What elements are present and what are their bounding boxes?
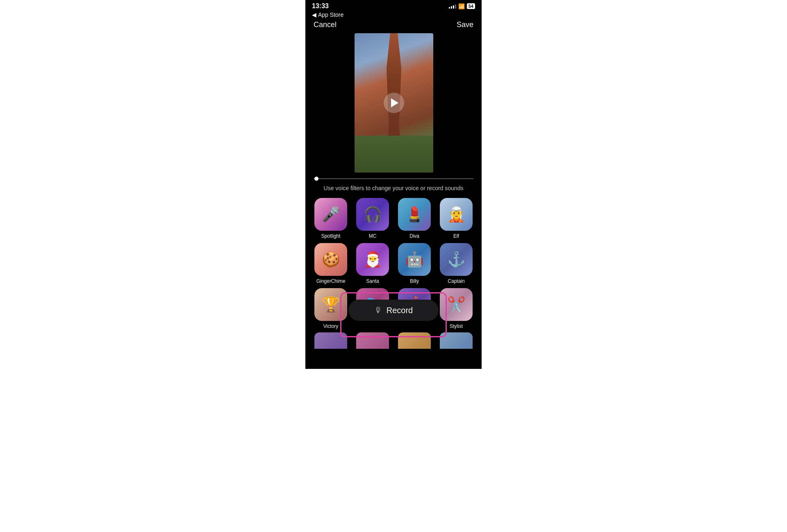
- filter-item-stylist[interactable]: ✂️ Stylist: [437, 288, 475, 329]
- cancel-button[interactable]: Cancel: [314, 20, 337, 29]
- santa-label: Santa: [366, 278, 379, 284]
- filter-item-captain[interactable]: ⚓ Captain: [437, 243, 475, 284]
- filter-item-billy[interactable]: 🤖 Billy: [396, 243, 433, 284]
- diva-label: Diva: [409, 233, 419, 239]
- billy-icon: 🤖: [398, 243, 431, 276]
- filter-item-victory[interactable]: 🏆 Victory: [312, 288, 350, 329]
- mic-icon: 🎙: [374, 306, 382, 315]
- spotlight-label: Spotlight: [321, 233, 341, 239]
- gingerchime-icon: 🍪: [314, 243, 347, 276]
- row4c-icon: [398, 332, 431, 349]
- nav-bar: Cancel Save: [305, 20, 482, 33]
- save-button[interactable]: Save: [457, 20, 473, 29]
- video-player[interactable]: [355, 33, 433, 173]
- row4a-icon: [314, 332, 347, 349]
- filter-grid-row4: [305, 329, 482, 352]
- filter-item-spotlight[interactable]: 🎤 Spotlight: [312, 198, 350, 239]
- elf-icon: 🧝: [440, 198, 473, 231]
- billy-label: Billy: [410, 278, 419, 284]
- filter-grid-row2: 🍪 GingerChime 🎅 Santa 🤖 Billy ⚓ Captain: [305, 243, 482, 284]
- diva-icon: 💄: [398, 198, 431, 231]
- phone-frame: 13:33 📶 54 ◀ App Store Cancel Save: [305, 0, 482, 369]
- stylist-label: Stylist: [450, 323, 463, 329]
- gingerchime-label: GingerChime: [316, 278, 346, 284]
- filter-item-gingerchime[interactable]: 🍪 GingerChime: [312, 243, 350, 284]
- elf-label: Elf: [453, 233, 459, 239]
- row4d-icon: [440, 332, 473, 349]
- back-label: App Store: [318, 11, 343, 18]
- captain-icon: ⚓: [440, 243, 473, 276]
- row4b-icon: [356, 332, 389, 349]
- filter-item-diva[interactable]: 💄 Diva: [396, 198, 433, 239]
- progress-bar[interactable]: [305, 173, 482, 185]
- filter-row3-wrapper: 🏆 Victory 🎭 🎪 ✂️ Stylist: [305, 288, 482, 329]
- tree-area: [355, 136, 433, 173]
- victory-icon: 🏆: [314, 288, 347, 321]
- status-icons: 📶 54: [449, 3, 475, 9]
- status-bar: 13:33 📶 54: [305, 0, 482, 11]
- play-button[interactable]: [384, 93, 404, 113]
- mc-icon: 🎧: [356, 198, 389, 231]
- mc-label: MC: [369, 233, 377, 239]
- filter-grid-row1: 🎤 Spotlight 🎧 MC 💄 Diva 🧝 Elf: [305, 198, 482, 239]
- signal-icon: [449, 4, 456, 9]
- filter-item-row4c[interactable]: [396, 332, 433, 352]
- filter-item-row4a[interactable]: [312, 332, 350, 352]
- progress-track: [314, 178, 473, 179]
- progress-thumb: [314, 177, 318, 181]
- filter-item-elf[interactable]: 🧝 Elf: [437, 198, 475, 239]
- record-button[interactable]: 🎙 Record: [348, 300, 439, 321]
- back-chevron-icon: ◀: [312, 11, 316, 18]
- app-store-back[interactable]: ◀ App Store: [305, 11, 482, 20]
- play-icon: [391, 98, 398, 107]
- status-time: 13:33: [312, 2, 329, 10]
- filter-item-row4d[interactable]: [437, 332, 475, 352]
- stylist-icon: ✂️: [440, 288, 473, 321]
- instructions-text: Use voice filters to change your voice o…: [305, 185, 482, 198]
- filter-item-row4b[interactable]: [354, 332, 391, 352]
- santa-icon: 🎅: [356, 243, 389, 276]
- filter-item-mc[interactable]: 🎧 MC: [354, 198, 391, 239]
- spotlight-icon: 🎤: [314, 198, 347, 231]
- captain-label: Captain: [448, 278, 464, 284]
- victory-label: Victory: [323, 323, 338, 329]
- battery-icon: 54: [467, 3, 475, 9]
- filter-item-santa[interactable]: 🎅 Santa: [354, 243, 391, 284]
- wifi-icon: 📶: [458, 3, 465, 9]
- record-label: Record: [387, 306, 413, 315]
